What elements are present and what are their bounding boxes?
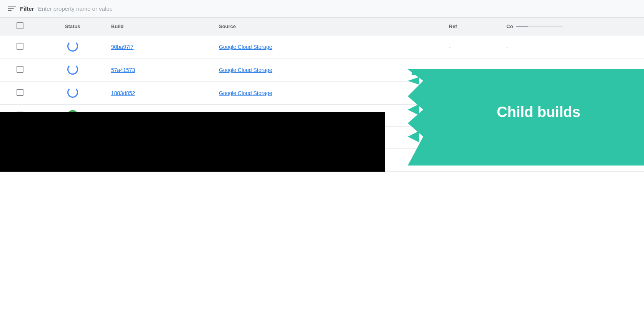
- filter-icon: [8, 7, 16, 11]
- black-bar: [0, 112, 385, 172]
- build-cell: 1883d852: [105, 82, 213, 105]
- build-cell: 90ba97f7: [105, 35, 213, 59]
- source-link[interactable]: Google Cloud Storage: [219, 90, 272, 96]
- table-header: Status Build Source Ref Co: [0, 18, 644, 35]
- table-row: 57a41573 Google Cloud Storage - -: [0, 59, 644, 82]
- source-link[interactable]: Google Cloud Storage: [219, 67, 272, 73]
- co-cell: [500, 149, 644, 172]
- status-header: Status: [40, 18, 105, 35]
- ref-cell: -: [443, 35, 500, 59]
- source-cell: Google Cloud Storage: [213, 59, 443, 82]
- loading-spinner: [67, 41, 78, 52]
- row-checkbox[interactable]: [17, 43, 23, 50]
- build-link[interactable]: 1883d852: [111, 90, 135, 96]
- build-link[interactable]: 57a41573: [111, 67, 135, 73]
- status-cell: [40, 35, 105, 59]
- build-cell: 57a41573: [105, 59, 213, 82]
- ref-cell: -: [443, 82, 500, 105]
- co-cell: -: [500, 59, 644, 82]
- ref-cell: -: [443, 59, 500, 82]
- select-all-checkbox[interactable]: [17, 22, 23, 29]
- source-link[interactable]: Google Cloud Storage: [219, 44, 272, 50]
- co-cell: -: [500, 35, 644, 59]
- co-cell: -: [500, 127, 644, 149]
- row-checkbox-cell: [0, 35, 40, 59]
- table-row: 1883d852 Google Cloud Storage - -: [0, 82, 644, 105]
- filter-placeholder: Enter property name or value: [38, 5, 113, 12]
- source-cell: Google Cloud Storage: [213, 35, 443, 59]
- status-cell: [40, 59, 105, 82]
- row-checkbox[interactable]: [17, 89, 23, 96]
- build-link[interactable]: 90ba97f7: [111, 44, 133, 50]
- build-header: Build: [105, 18, 213, 35]
- filter-label: Filter: [20, 5, 34, 12]
- filter-bar: Filter Enter property name or value: [0, 0, 644, 18]
- ref-header: Ref: [443, 18, 500, 35]
- teal-dot: ●: [449, 156, 453, 164]
- row-checkbox[interactable]: [17, 66, 23, 73]
- loading-spinner: [67, 64, 78, 75]
- co-label: Co: [506, 23, 513, 29]
- row-checkbox-cell: [0, 59, 40, 82]
- scroll-indicator: [516, 26, 562, 27]
- page-wrapper: Filter Enter property name or value Stat…: [0, 0, 644, 172]
- child-builds-label: Child builds: [446, 104, 631, 120]
- scroll-thumb: [516, 26, 528, 27]
- co-header: Co: [500, 18, 644, 35]
- source-cell: Google Cloud Storage: [213, 82, 443, 105]
- table-row: 90ba97f7 Google Cloud Storage - -: [0, 35, 644, 59]
- status-cell: [40, 82, 105, 105]
- ref-cell: -: [443, 127, 500, 149]
- ref-cell: ● -: [443, 149, 500, 172]
- loading-spinner: [67, 87, 78, 98]
- row-checkbox-cell: [0, 82, 40, 105]
- source-header: Source: [213, 18, 443, 35]
- co-cell: -: [500, 82, 644, 105]
- select-all-header[interactable]: [0, 18, 40, 35]
